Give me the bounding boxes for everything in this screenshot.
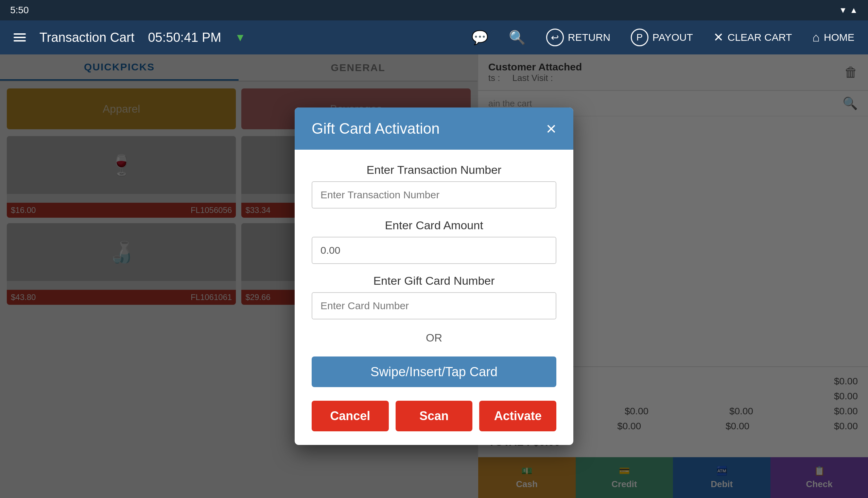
- clearcart-label: CLEAR CART: [728, 31, 792, 43]
- signal-icon: ▲: [850, 5, 858, 15]
- payout-label: PAYOUT: [652, 31, 693, 43]
- dialog-title: Gift Card Activation: [312, 120, 440, 137]
- close-button[interactable]: ×: [546, 120, 556, 137]
- nav-wifi-icon: ▼: [235, 31, 246, 44]
- card-amount-input[interactable]: [312, 237, 556, 264]
- wifi-icon: ▼: [839, 5, 847, 15]
- cancel-button[interactable]: Cancel: [312, 401, 389, 431]
- transaction-number-input[interactable]: [312, 181, 556, 209]
- hamburger-menu[interactable]: [14, 33, 26, 41]
- main-content: QUICKPICKS GENERAL Apparel Beverages 🍷 $…: [0, 54, 868, 498]
- home-button[interactable]: ⌂ HOME: [812, 30, 854, 44]
- nav-icons: 💬 🔍 ↩ RETURN P PAYOUT ✕ CLEAR CART ⌂ HOM…: [471, 29, 854, 46]
- nav-time: 05:50:41 PM: [148, 30, 221, 45]
- status-time: 5:50: [10, 5, 29, 16]
- payout-icon-circle: P: [631, 29, 649, 46]
- status-bar-right: ▼ ▲: [839, 5, 858, 15]
- dialog-body: Enter Transaction Number Enter Card Amou…: [295, 150, 573, 401]
- transaction-number-field-group: Enter Transaction Number: [312, 163, 556, 209]
- gift-card-number-field-group: Enter Gift Card Number: [312, 274, 556, 319]
- scan-button[interactable]: Scan: [396, 401, 473, 431]
- card-amount-field-group: Enter Card Amount: [312, 219, 556, 264]
- dialog-header: Gift Card Activation ×: [295, 107, 573, 150]
- search-icon: 🔍: [509, 30, 526, 45]
- clearcart-icon: ✕: [713, 30, 723, 44]
- or-divider: OR: [312, 332, 556, 344]
- home-label: HOME: [824, 31, 854, 43]
- activate-button[interactable]: Activate: [479, 401, 556, 431]
- gift-card-number-label: Enter Gift Card Number: [312, 274, 556, 287]
- message-icon: 💬: [471, 30, 488, 45]
- return-button[interactable]: ↩ RETURN: [546, 29, 610, 46]
- card-amount-label: Enter Card Amount: [312, 219, 556, 232]
- return-label: RETURN: [568, 31, 610, 43]
- home-icon: ⌂: [812, 30, 820, 44]
- gift-card-number-input[interactable]: [312, 292, 556, 319]
- swipe-button[interactable]: Swipe/Insert/Tap Card: [312, 356, 556, 387]
- modal-overlay: Gift Card Activation × Enter Transaction…: [0, 54, 868, 498]
- payout-icon: P: [637, 32, 643, 43]
- search-button[interactable]: 🔍: [509, 30, 526, 45]
- transaction-number-label: Enter Transaction Number: [312, 163, 556, 176]
- dialog-actions: Cancel Scan Activate: [295, 401, 573, 445]
- clearcart-button[interactable]: ✕ CLEAR CART: [713, 30, 792, 44]
- status-bar: 5:50 ▼ ▲: [0, 0, 868, 21]
- top-nav: Transaction Cart 05:50:41 PM ▼ 💬 🔍 ↩ RET…: [0, 21, 868, 54]
- nav-title: Transaction Cart: [39, 30, 134, 45]
- payout-button[interactable]: P PAYOUT: [631, 29, 693, 46]
- status-bar-left: 5:50: [10, 5, 29, 16]
- return-icon-circle: ↩: [546, 29, 564, 46]
- return-icon: ↩: [551, 32, 559, 43]
- message-button[interactable]: 💬: [471, 30, 488, 45]
- gift-card-dialog: Gift Card Activation × Enter Transaction…: [295, 107, 573, 445]
